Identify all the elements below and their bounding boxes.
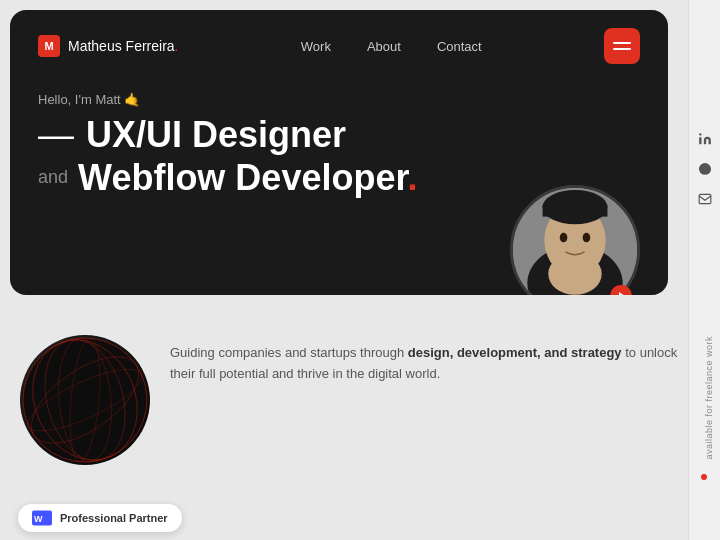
logo-icon: M <box>38 35 60 57</box>
title-dash: — <box>38 117 74 153</box>
svg-point-20 <box>699 133 701 135</box>
title-uxui: UX/UI Designer <box>86 115 346 155</box>
description-bold: design, development, and strategy <box>408 345 622 360</box>
title-red-dot: . <box>407 157 417 198</box>
sphere-container <box>20 335 150 465</box>
title-webflow: Webflow Developer. <box>78 157 417 199</box>
below-hero: Guiding companies and startups through d… <box>10 335 678 465</box>
hamburger-line-1 <box>613 42 631 44</box>
logo-dot: . <box>175 38 179 54</box>
greeting-text: Hello, I'm Matt 🤙 <box>38 92 640 107</box>
and-text: and <box>38 167 68 188</box>
social-links <box>696 130 714 208</box>
freelance-text: available for freelance work <box>704 336 714 460</box>
sphere <box>20 335 150 465</box>
svg-point-5 <box>560 233 568 243</box>
nav-links: Work About Contact <box>301 39 482 54</box>
hamburger-button[interactable] <box>604 28 640 64</box>
svg-point-6 <box>583 233 591 243</box>
main-content: M Matheus Ferreira. Work About Contact H… <box>0 10 688 540</box>
description-before: Guiding companies and startups through <box>170 345 408 360</box>
logo-name: Matheus Ferreira <box>68 38 175 54</box>
svg-rect-8 <box>543 205 608 216</box>
title-webflow-text: Webflow Developer <box>78 157 407 198</box>
svg-rect-22 <box>699 194 711 203</box>
description-area: Guiding companies and startups through d… <box>170 335 678 393</box>
webflow-logo-icon: W <box>32 510 52 526</box>
nav-logo[interactable]: M Matheus Ferreira. <box>38 35 178 57</box>
webflow-badge[interactable]: W Professional Partner <box>18 504 182 532</box>
webflow-badge-text: Professional Partner <box>60 512 168 524</box>
hero-section: M Matheus Ferreira. Work About Contact H… <box>10 10 668 295</box>
navigation: M Matheus Ferreira. Work About Contact <box>10 10 668 82</box>
nav-link-about[interactable]: About <box>367 39 401 54</box>
play-icon <box>619 292 625 295</box>
description-text: Guiding companies and startups through d… <box>170 343 678 385</box>
freelance-dot <box>701 474 707 480</box>
hamburger-line-2 <box>613 48 631 50</box>
nav-link-contact[interactable]: Contact <box>437 39 482 54</box>
avatar <box>510 185 640 295</box>
nav-link-work[interactable]: Work <box>301 39 331 54</box>
avatar-container <box>510 185 640 295</box>
avatar-image <box>513 188 637 295</box>
right-sidebar: available for freelance work <box>688 0 720 540</box>
github-icon[interactable] <box>696 160 714 178</box>
sphere-svg <box>20 335 150 465</box>
title-line-1: — UX/UI Designer <box>38 115 640 155</box>
svg-text:W: W <box>34 514 43 524</box>
svg-rect-19 <box>699 137 701 144</box>
hero-text: Hello, I'm Matt 🤙 — UX/UI Designer and W… <box>10 82 668 199</box>
email-icon[interactable] <box>696 190 714 208</box>
linkedin-icon[interactable] <box>696 130 714 148</box>
logo-text: Matheus Ferreira. <box>68 38 178 54</box>
